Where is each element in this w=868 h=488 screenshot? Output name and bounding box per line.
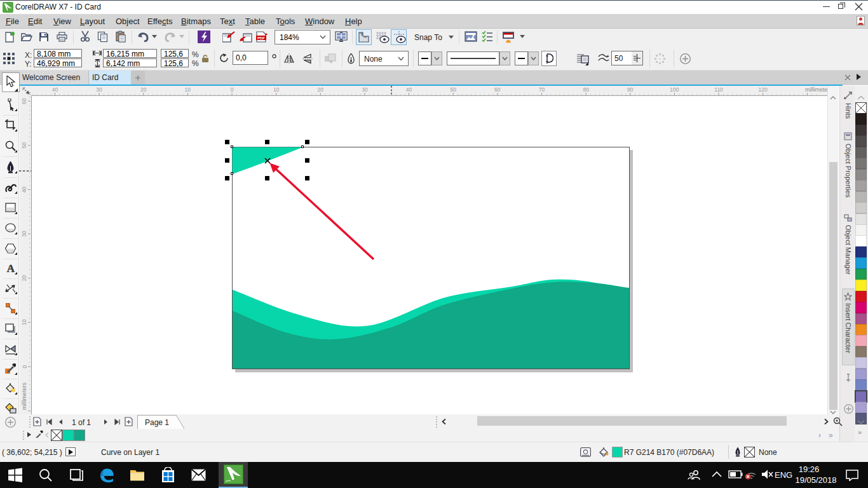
svg-text:40: 40: [52, 86, 58, 93]
svg-text:0: 0: [22, 365, 28, 368]
svg-text:30: 30: [362, 86, 368, 93]
svg-text:60: 60: [494, 86, 501, 93]
svg-text:120: 120: [759, 86, 768, 93]
svg-text:40: 40: [22, 186, 28, 193]
svg-text:20: 20: [22, 275, 28, 281]
svg-text:40: 40: [406, 86, 412, 93]
svg-text:30: 30: [22, 231, 28, 237]
svg-text:10: 10: [22, 319, 28, 325]
svg-text:50: 50: [450, 86, 456, 93]
svg-text:60: 60: [22, 98, 28, 104]
svg-text:100: 100: [670, 86, 679, 93]
svg-text:A: A: [7, 263, 15, 274]
svg-text:70: 70: [539, 86, 545, 93]
svg-text:90: 90: [627, 86, 634, 93]
svg-text:50: 50: [22, 142, 28, 149]
svg-text:110: 110: [714, 86, 723, 93]
svg-text:10: 10: [185, 86, 191, 93]
svg-text:0: 0: [231, 86, 234, 93]
svg-text:30: 30: [96, 86, 102, 93]
svg-text:10: 10: [273, 86, 280, 93]
svg-text:PDF: PDF: [257, 36, 265, 40]
svg-text:20: 20: [318, 86, 324, 93]
svg-text:20: 20: [140, 86, 147, 93]
svg-text:80: 80: [583, 86, 589, 93]
